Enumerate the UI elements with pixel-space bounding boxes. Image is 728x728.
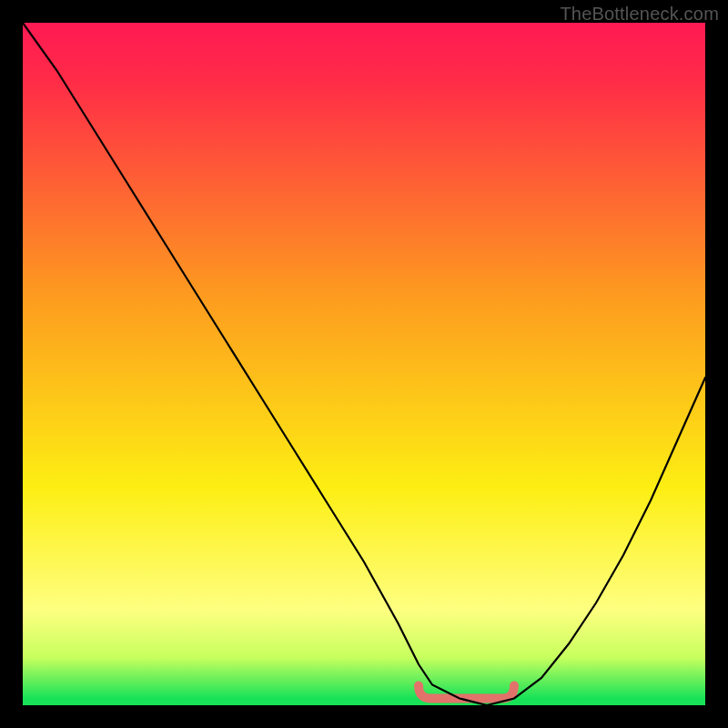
chart-stage: TheBottleneck.com bbox=[0, 0, 728, 728]
curve-layer bbox=[23, 23, 705, 705]
optimal-range-marker bbox=[419, 686, 514, 699]
watermark-text: TheBottleneck.com bbox=[560, 4, 719, 25]
plot-area bbox=[23, 23, 705, 705]
bottleneck-curve bbox=[23, 23, 705, 705]
